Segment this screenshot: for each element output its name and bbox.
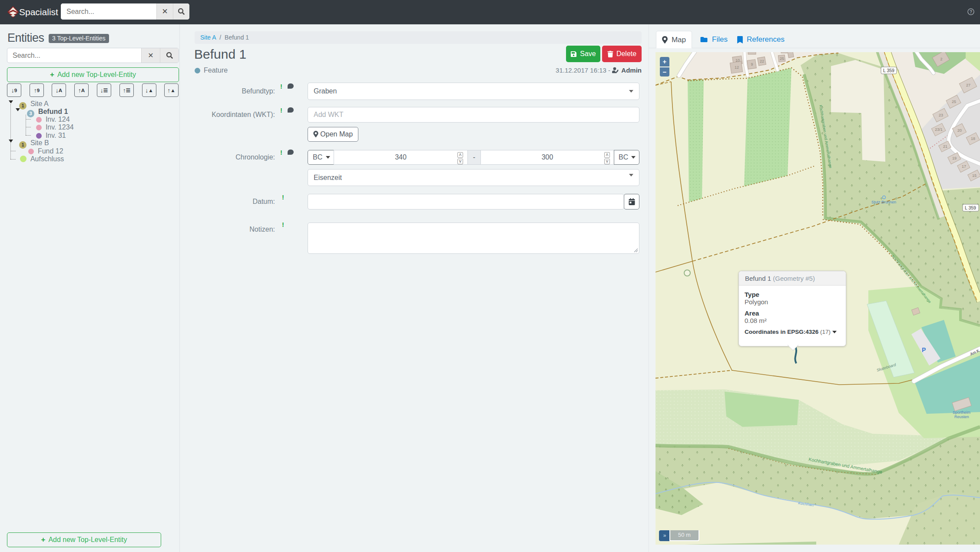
svg-text:15: 15 (972, 173, 977, 178)
svg-text:2: 2 (940, 57, 942, 61)
svg-text:22: 22 (760, 59, 764, 63)
svg-text:L 359: L 359 (883, 68, 894, 73)
svg-text:23: 23 (939, 113, 943, 117)
svg-text:19: 19 (952, 156, 957, 160)
svg-text:25: 25 (780, 57, 784, 61)
svg-text:20: 20 (957, 128, 962, 133)
svg-text:18: 18 (971, 136, 975, 141)
svg-text:23/1: 23/1 (935, 127, 943, 132)
svg-text:17: 17 (962, 164, 966, 169)
svg-text:10: 10 (735, 58, 740, 63)
svg-text:27: 27 (966, 83, 970, 87)
svg-text:P: P (922, 346, 926, 353)
svg-text:21: 21 (943, 144, 947, 149)
svg-text:9: 9 (751, 62, 753, 67)
svg-text:Reusten: Reusten (954, 415, 969, 419)
svg-text:25: 25 (952, 100, 956, 104)
svg-text:?: ? (970, 10, 972, 14)
svg-text:Sportheim: Sportheim (953, 410, 970, 415)
svg-text:Stutz Brunnen: Stutz Brunnen (871, 200, 896, 204)
svg-text:12: 12 (735, 65, 739, 70)
svg-text:L 359: L 359 (965, 205, 976, 210)
